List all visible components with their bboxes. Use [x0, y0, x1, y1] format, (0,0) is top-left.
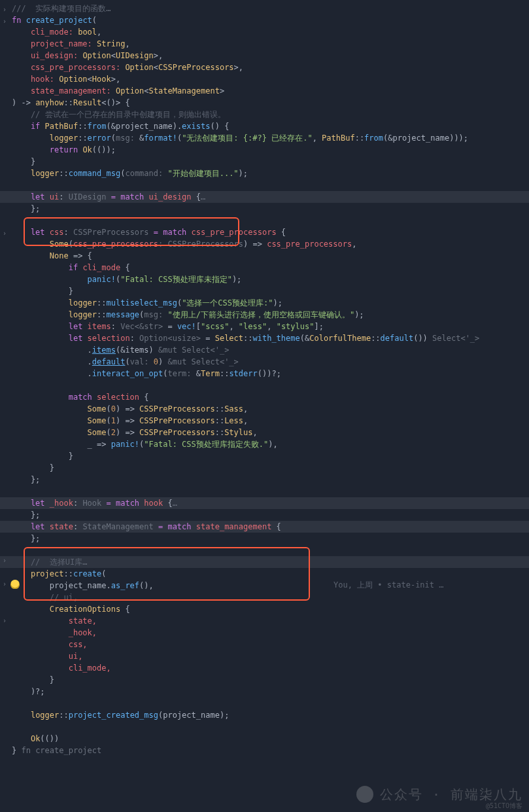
- code-line[interactable]: [0, 697, 529, 709]
- code-line[interactable]: project::create(: [0, 568, 529, 580]
- code-line[interactable]: ) -> anyhow::Result<()> {: [0, 97, 529, 109]
- code-editor[interactable]: › › › › › › /// 实际构建项目的函数… fn create_pro…: [0, 0, 529, 759]
- watermark-text: 公众号 · 前端柒八九: [380, 788, 522, 800]
- code-line[interactable]: cli_mode,: [0, 662, 529, 674]
- code-line[interactable]: [0, 215, 529, 226]
- code-line[interactable]: css,: [0, 639, 529, 650]
- code-line[interactable]: let css: CSSPreProcessors = match css_pr…: [0, 226, 529, 238]
- code-line[interactable]: )?;: [0, 686, 529, 697]
- code-line[interactable]: // ui,: [0, 591, 529, 603]
- code-line[interactable]: };: [0, 474, 529, 485]
- code-line[interactable]: .interact_on_opt(term: &Term::stderr())?…: [0, 368, 529, 380]
- code-line[interactable]: .default(val: 0) &mut Select<'_>: [0, 356, 529, 368]
- code-line[interactable]: logger::multiselect_msg("选择一个CSS预处理库:");: [0, 297, 529, 309]
- lightbulb-icon[interactable]: [10, 580, 20, 589]
- code-line[interactable]: logger::command_msg(command: "开始创建项目..."…: [0, 168, 529, 179]
- code-line[interactable]: match selection {: [0, 391, 529, 403]
- code-line[interactable]: Ok(()): [0, 733, 529, 745]
- code-line[interactable]: /// 实际构建项目的函数…: [0, 3, 529, 14]
- code-line[interactable]: css_pre_processors: Option<CSSPreProcess…: [0, 62, 529, 73]
- code-line[interactable]: return Ok(());: [0, 144, 529, 156]
- code-line[interactable]: cli_mode: bool,: [0, 26, 529, 38]
- code-line[interactable]: state_management: Option<StateManagement…: [0, 85, 529, 97]
- code-line[interactable]: let _hook: Hook = match hook {…: [0, 497, 529, 509]
- code-line[interactable]: let items: Vec<&str> = vec!["scss", "les…: [0, 321, 529, 332]
- code-line[interactable]: panic!("Fatal: CSS预处理库未指定");: [0, 274, 529, 285]
- code-line[interactable]: hook: Option<Hook>,: [0, 73, 529, 85]
- code-line[interactable]: let state: StateManagement = match state…: [0, 521, 529, 533]
- code-line[interactable]: fn create_project(: [0, 14, 529, 26]
- git-blame-annotation: You, 上周 • state-init …: [333, 579, 444, 591]
- code-line[interactable]: Some(css_pre_processors: CSSPreProcessor…: [0, 238, 529, 250]
- fold-chevron-icon[interactable]: ›: [0, 615, 9, 627]
- code-line[interactable]: // 选择UI库…: [0, 556, 529, 568]
- code-line[interactable]: Some(0) => CSSPreProcessors::Sass,: [0, 403, 529, 415]
- code-line[interactable]: state,: [0, 615, 529, 627]
- fold-chevron-icon[interactable]: ›: [0, 228, 9, 239]
- code-line[interactable]: let ui: UIDesign = match ui_design {…: [0, 191, 529, 203]
- code-line[interactable]: if cli_mode {: [0, 262, 529, 274]
- code-line[interactable]: None => {: [0, 250, 529, 262]
- code-line[interactable]: }: [0, 462, 529, 474]
- code-line[interactable]: logger::error(msg: &format!("无法创建项目: {:#…: [0, 132, 529, 144]
- code-line[interactable]: let selection: Option<usize> = Select::w…: [0, 332, 529, 344]
- fold-chevron-icon[interactable]: ›: [0, 555, 9, 567]
- code-line[interactable]: project_name: String,: [0, 38, 529, 50]
- code-line[interactable]: [0, 544, 529, 556]
- watermark: 公众号 · 前端柒八九 @51CTO博客: [356, 786, 522, 803]
- wechat-icon: [356, 786, 373, 803]
- code-line[interactable]: [0, 485, 529, 497]
- code-line[interactable]: _hook,: [0, 627, 529, 639]
- watermark-source: @51CTO博客: [486, 800, 522, 812]
- code-line[interactable]: } fn create_project: [0, 745, 529, 756]
- code-line[interactable]: };: [0, 203, 529, 215]
- code-line[interactable]: [0, 179, 529, 191]
- code-line[interactable]: _ => panic!("Fatal: CSS预处理库指定失败."),: [0, 438, 529, 450]
- fold-chevron-icon[interactable]: ›: [0, 4, 9, 16]
- code-line[interactable]: logger::project_created_msg(project_name…: [0, 709, 529, 721]
- code-line[interactable]: // 尝试在一个已存在的目录中创建项目，则抛出错误。: [0, 109, 529, 120]
- code-line[interactable]: }: [0, 674, 529, 686]
- code-line[interactable]: }: [0, 156, 529, 168]
- code-line[interactable]: [0, 380, 529, 391]
- code-line[interactable]: if PathBuf::from(&project_name).exists()…: [0, 120, 529, 132]
- code-line[interactable]: }: [0, 285, 529, 297]
- fold-chevron-icon[interactable]: ›: [0, 578, 9, 590]
- code-line[interactable]: ui_design: Option<UIDesign>,: [0, 50, 529, 62]
- code-line[interactable]: Some(1) => CSSPreProcessors::Less,: [0, 415, 529, 427]
- code-line[interactable]: [0, 721, 529, 733]
- code-line[interactable]: ui,: [0, 650, 529, 662]
- code-line[interactable]: }: [0, 450, 529, 462]
- code-line[interactable]: };: [0, 533, 529, 544]
- code-line[interactable]: };: [0, 509, 529, 521]
- code-line[interactable]: Some(2) => CSSPreProcessors::Stylus,: [0, 427, 529, 438]
- code-line[interactable]: logger::message(msg: "使用上/下箭头进行选择，使用空格或回…: [0, 309, 529, 321]
- fold-chevron-icon[interactable]: ›: [0, 16, 9, 27]
- code-line[interactable]: CreationOptions {: [0, 603, 529, 615]
- code-line[interactable]: .items(&items) &mut Select<'_>: [0, 344, 529, 356]
- code-line[interactable]: project_name.as_ref(),: [0, 580, 529, 591]
